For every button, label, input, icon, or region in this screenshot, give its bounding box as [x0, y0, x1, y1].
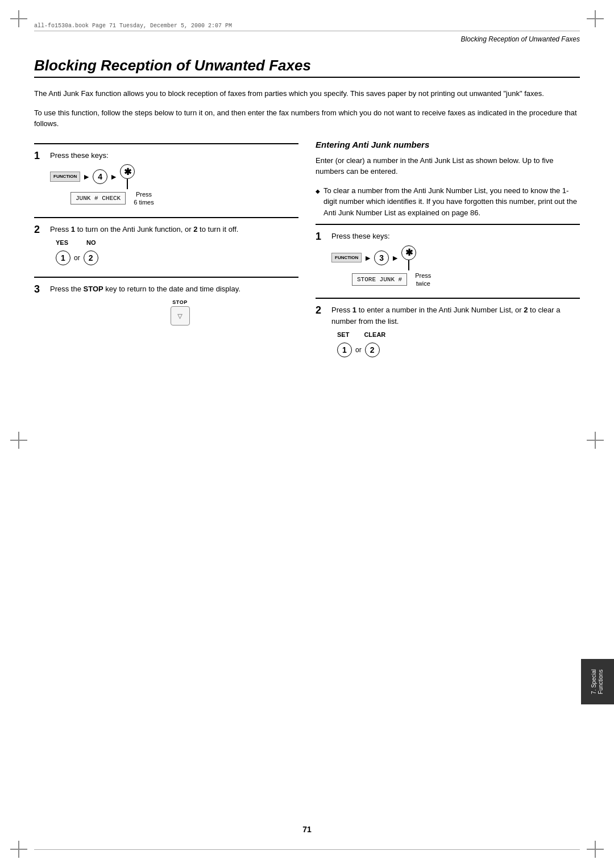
right-step-2-number: 2: [316, 304, 327, 362]
press-6-times: Press6 times: [134, 190, 154, 207]
junk-check-lcd: JUNK # CHECK: [70, 192, 126, 205]
press-twice: Presstwice: [415, 272, 431, 288]
right-step-1-number: 1: [316, 231, 327, 291]
num-4-circle: 4: [93, 169, 107, 184]
left-step-3: 3 Press the STOP key to return to the da…: [34, 283, 298, 330]
stop-key-container: STOP ▿: [61, 299, 298, 326]
right-star-key: ✱: [401, 245, 416, 260]
store-junk-lcd: STORE JUNK #: [352, 273, 407, 286]
num-2-no: 2: [84, 251, 98, 265]
corner-ml: [10, 432, 27, 449]
right-star-key-container: ✱: [401, 245, 416, 270]
side-tab: 7. SpecialFunctions: [581, 659, 614, 704]
corner-mr: [587, 432, 604, 449]
bullet-list: ◆ To clear a number from the Anti Junk N…: [316, 185, 580, 219]
left-step-2: 2 Press 1 to turn on the Anti Junk funct…: [34, 224, 298, 270]
right-step-1-label: Press these keys:: [331, 231, 580, 242]
or-text-1: or: [74, 254, 80, 262]
side-tab-text: 7. SpecialFunctions: [591, 669, 604, 694]
left-top-rule: [34, 143, 298, 144]
step-1-content: Press these keys: FUNCTION ► 4 ► ✱: [50, 150, 298, 210]
right-step-2-content: Press 1 to enter a number in the Anti Ju…: [331, 304, 580, 362]
stop-icon: ▿: [177, 310, 182, 322]
file-info: all-fo1530a.book Page 71 Tuesday, Decemb…: [34, 23, 232, 29]
right-arrow-1: ►: [364, 254, 372, 262]
set-label: SET: [337, 331, 349, 338]
right-step-1-diagram: FUNCTION ► 3 ► ✱: [331, 245, 580, 288]
or-text-2: or: [355, 346, 362, 354]
intro-p2: To use this function, follow the steps b…: [34, 107, 580, 130]
star-key-container: ✱: [120, 164, 135, 189]
page-title: Blocking Reception of Unwanted Faxes: [34, 57, 580, 78]
function-key: FUNCTION: [50, 172, 80, 182]
yes-no-row: 1 or 2: [56, 251, 298, 265]
step-3-text: Press the STOP key to return to the date…: [50, 283, 298, 295]
set-clear-diagram: SET CLEAR 1 or 2: [337, 331, 580, 357]
top-rule: [34, 31, 580, 31]
main-content: Blocking Reception of Unwanted Faxes The…: [34, 57, 580, 369]
vert-line-1: [127, 179, 128, 189]
step-2-text: Press 1 to turn on the Anti Junk functio…: [50, 224, 298, 235]
bullet-text: To clear a number from the Anti Junk Num…: [323, 185, 580, 219]
left-column: 1 Press these keys: FUNCTION ► 4 ►: [34, 137, 298, 369]
key-row-1: FUNCTION ► 4 ► ✱: [50, 164, 298, 189]
left-step-1: 1 Press these keys: FUNCTION ► 4 ►: [34, 150, 298, 210]
yes-no-diagram: YES NO 1 or 2: [56, 239, 298, 265]
bullet-item-1: ◆ To clear a number from the Anti Junk N…: [316, 185, 580, 219]
right-column: Entering Anti Junk numbers Enter (or cle…: [316, 137, 580, 369]
step1-rule: [34, 217, 298, 218]
arrow-2: ►: [110, 173, 118, 181]
corner-tl: [10, 10, 27, 27]
step-3-content: Press the STOP key to return to the date…: [50, 283, 298, 330]
corner-br: [587, 841, 604, 858]
step-2-content: Press 1 to turn on the Anti Junk functio…: [50, 224, 298, 270]
step2-rule: [34, 277, 298, 278]
num-1-set: 1: [337, 343, 352, 357]
corner-tr: [587, 10, 604, 27]
right-step-2-text: Press 1 to enter a number in the Anti Ju…: [331, 304, 580, 327]
step-1-diagram: FUNCTION ► 4 ► ✱: [50, 164, 298, 207]
page: all-fo1530a.book Page 71 Tuesday, Decemb…: [0, 0, 614, 868]
no-label: NO: [86, 239, 96, 246]
yes-label: YES: [56, 239, 68, 246]
corner-bl: [10, 841, 27, 858]
num-1-yes: 1: [56, 251, 70, 265]
arrow-1: ►: [82, 173, 90, 181]
right-step-2: 2 Press 1 to enter a number in the Anti …: [316, 304, 580, 362]
entering-antijunk-heading: Entering Anti Junk numbers: [316, 140, 580, 149]
right-step-1-content: Press these keys: FUNCTION ► 3 ► ✱: [331, 231, 580, 291]
num-2-clear: 2: [365, 343, 380, 357]
bottom-rule: [34, 849, 580, 850]
right-step2-rule: [316, 298, 580, 299]
clear-label: CLEAR: [364, 331, 385, 338]
header-title: Blocking Reception of Unwanted Faxes: [461, 35, 580, 43]
star-key: ✱: [120, 164, 135, 179]
step-1-label: Press these keys:: [50, 150, 298, 161]
stop-label: STOP: [172, 299, 187, 305]
num-3-circle: 3: [374, 251, 389, 265]
diamond-icon: ◆: [316, 187, 320, 219]
set-clear-row: 1 or 2: [337, 343, 580, 357]
right-intro: Enter (or clear) a number in the Anti Ju…: [316, 155, 580, 177]
right-key-row-1: FUNCTION ► 3 ► ✱: [331, 245, 580, 270]
step-1-number: 1: [34, 150, 45, 210]
right-step-1: 1 Press these keys: FUNCTION ► 3 ► ✱: [316, 231, 580, 291]
step-2-number: 2: [34, 224, 45, 270]
page-number: 71: [302, 825, 312, 834]
step-3-number: 3: [34, 283, 45, 330]
right-arrow-2: ►: [391, 254, 399, 262]
stop-key: ▿: [171, 306, 190, 326]
intro-p1: The Anti Junk Fax function allows you to…: [34, 88, 580, 99]
right-vert-line: [408, 260, 409, 270]
right-function-key: FUNCTION: [331, 253, 362, 263]
two-column-layout: 1 Press these keys: FUNCTION ► 4 ►: [34, 137, 580, 369]
right-step1-rule: [316, 224, 580, 225]
